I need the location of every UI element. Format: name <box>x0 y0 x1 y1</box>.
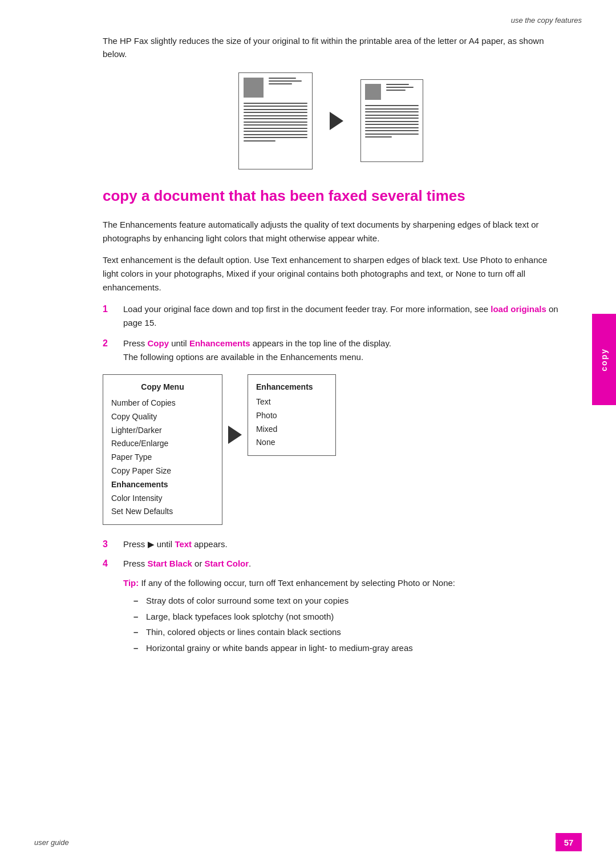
load-originals-link[interactable]: load originals <box>491 304 546 314</box>
enhancements-menu-title: Enhancements <box>256 381 327 394</box>
copy-menu-box: Copy Menu Number of Copies Copy Quality … <box>103 374 222 525</box>
menu-item-paper-type: Paper Type <box>111 451 214 464</box>
enh-item-none: None <box>256 436 327 450</box>
menu-item-enhancements: Enhancements <box>111 478 214 492</box>
tip-body: If any of the following occur, turn off … <box>141 578 455 588</box>
copy-label: Copy <box>148 338 169 348</box>
section-para2: Text enhancement is the default option. … <box>103 253 559 294</box>
copy-doc-image <box>365 84 381 100</box>
menu-item-quality: Copy Quality <box>111 410 214 424</box>
step-1-text: Load your original face down and top fir… <box>123 302 559 330</box>
step-4-num: 4 <box>103 557 113 571</box>
original-doc <box>238 72 313 169</box>
doc-body-lines <box>244 103 307 144</box>
header-text: use the copy features <box>511 16 582 25</box>
bullet-item-2: – Large, black typefaces look splotchy (… <box>133 611 559 624</box>
bullet-list: – Stray dots of color surround some text… <box>133 595 559 654</box>
enh-item-text: Text <box>256 395 327 409</box>
copy-doc <box>360 79 423 162</box>
copy-doc-body-lines <box>365 105 419 140</box>
right-tab: copy <box>592 314 616 405</box>
doc-header-lines <box>269 78 307 86</box>
menu-item-color-intensity: Color Intensity <box>111 492 214 506</box>
copy-menu-title: Copy Menu <box>111 381 214 394</box>
enhancements-label: Enhancements <box>189 338 250 348</box>
bullet-dash-4: – <box>133 642 140 655</box>
section-para1: The Enhancements feature automatically a… <box>103 218 559 245</box>
step-1: 1 Load your original face down and top f… <box>103 302 559 330</box>
bullet-item-4: – Horizontal grainy or white bands appea… <box>133 642 559 655</box>
step-4: 4 Press Start Black or Start Color. <box>103 557 559 571</box>
intro-paragraph: The HP Fax slightly reduces the size of … <box>103 34 559 61</box>
bullet-text-3: Thin, colored objects or lines contain b… <box>146 626 341 639</box>
right-tab-label: copy <box>599 348 609 371</box>
menu-item-lighter: Lighter/Darker <box>111 424 214 438</box>
bullet-dash-2: – <box>133 611 140 624</box>
arrow-right <box>330 112 343 130</box>
section-heading: copy a document that has been faxed seve… <box>103 187 559 206</box>
tip-label: Tip: <box>123 578 139 588</box>
menu-item-reduce: Reduce/Enlarge <box>111 437 214 451</box>
menus-area: Copy Menu Number of Copies Copy Quality … <box>103 374 559 525</box>
main-content: The HP Fax slightly reduces the size of … <box>103 34 559 660</box>
bullet-item-1: – Stray dots of color surround some text… <box>133 595 559 608</box>
bullet-dash-1: – <box>133 595 140 608</box>
footer-left: user guide <box>34 838 69 847</box>
numbered-list: 1 Load your original face down and top f… <box>103 302 559 364</box>
top-header: use the copy features <box>511 16 582 25</box>
step-2-num: 2 <box>103 337 113 350</box>
doc-image <box>244 78 264 98</box>
bullet-text-2: Large, black typefaces look splotchy (no… <box>146 611 334 624</box>
start-color-label: Start Color <box>205 559 249 568</box>
text-label: Text <box>175 539 192 549</box>
enhancements-menu-box: Enhancements Text Photo Mixed None <box>248 374 336 456</box>
bullet-text-4: Horizontal grainy or white bands appear … <box>146 642 413 655</box>
enh-item-photo: Photo <box>256 409 327 423</box>
step-3-num: 3 <box>103 537 113 551</box>
tip-section: Tip: If any of the following occur, turn… <box>103 576 559 654</box>
bullet-item-3: – Thin, colored objects or lines contain… <box>133 626 559 639</box>
bullet-text-1: Stray dots of color surround some text o… <box>146 595 348 608</box>
copy-doc-header-lines <box>386 84 419 92</box>
step-3: 3 Press ▶ until Text appears. <box>103 537 559 551</box>
copy-illustration <box>103 72 559 169</box>
menu-item-copies: Number of Copies <box>111 397 214 410</box>
bullet-dash-3: – <box>133 626 140 639</box>
enh-item-mixed: Mixed <box>256 423 327 436</box>
menu-item-defaults: Set New Defaults <box>111 505 214 519</box>
step-1-num: 1 <box>103 302 113 316</box>
step-2-text: Press Copy until Enhancements appears in… <box>123 337 559 364</box>
page-container: use the copy features The HP Fax slightl… <box>0 0 616 853</box>
step-3-text: Press ▶ until Text appears. <box>123 537 228 551</box>
step-4-text: Press Start Black or Start Color. <box>123 557 251 571</box>
menu-item-paper-size: Copy Paper Size <box>111 464 214 478</box>
page-number: 57 <box>556 833 582 851</box>
menu-arrow-area <box>222 374 248 444</box>
menu-arrow-icon <box>228 426 242 444</box>
step-2: 2 Press Copy until Enhancements appears … <box>103 337 559 364</box>
tip-text: Tip: If any of the following occur, turn… <box>123 576 559 590</box>
start-black-label: Start Black <box>148 559 192 568</box>
bottom-bar: user guide 57 <box>0 831 616 853</box>
